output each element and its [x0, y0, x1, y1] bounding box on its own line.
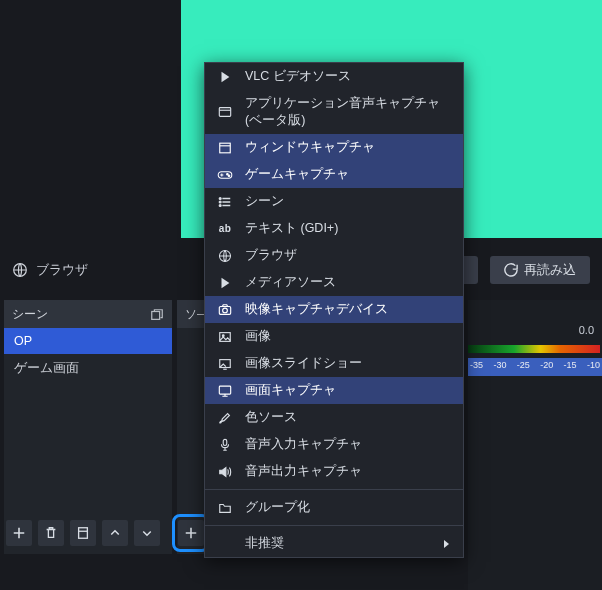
menu-separator: [205, 525, 463, 526]
svg-point-9: [228, 175, 230, 177]
mic-icon: [217, 437, 233, 453]
scene-filters-button[interactable]: [70, 520, 96, 546]
slideshow-icon: [217, 356, 233, 372]
scene-item[interactable]: ゲーム画面: [4, 354, 172, 383]
menu-item-label: メディアソース: [245, 274, 336, 291]
menu-item-label: 音声入力キャプチャ: [245, 436, 362, 453]
globe-icon: [217, 248, 233, 264]
menu-item[interactable]: ブラウザ: [205, 242, 463, 269]
svg-rect-6: [220, 143, 231, 153]
menu-item-label: ブラウザ: [245, 247, 297, 264]
ruler-tick: -20: [540, 360, 553, 370]
speaker-icon: [217, 464, 233, 480]
menu-item[interactable]: ウィンドウキャプチャ: [205, 134, 463, 161]
vu-ruler: -35-30-25-20-15-10: [468, 358, 602, 370]
menu-item[interactable]: グループ化: [205, 494, 463, 521]
menu-item[interactable]: VLC ビデオソース: [205, 63, 463, 90]
add-source-button[interactable]: [178, 520, 204, 546]
text-icon: ab: [217, 221, 233, 237]
svg-point-12: [219, 204, 221, 206]
ruler-tick: -35: [470, 360, 483, 370]
menu-item-label: 色ソース: [245, 409, 297, 426]
svg-point-8: [227, 173, 229, 175]
svg-point-10: [219, 197, 221, 199]
menu-item-label: 画像: [245, 328, 271, 345]
menu-item-label: アプリケーション音声キャプチャ (ベータ版): [245, 95, 451, 129]
image-icon: [217, 329, 233, 345]
dock-icon[interactable]: [150, 308, 164, 322]
svg-point-15: [223, 308, 228, 313]
menu-item[interactable]: シーン: [205, 188, 463, 215]
menu-item[interactable]: 音声出力キャプチャ: [205, 458, 463, 485]
menu-item-label: 非推奨: [245, 535, 284, 552]
menu-item-label: VLC ビデオソース: [245, 68, 351, 85]
monitor-icon: [217, 383, 233, 399]
menu-item-label: ゲームキャプチャ: [245, 166, 349, 183]
reload-label: 再読み込: [524, 261, 576, 279]
menu-item-label: 音声出力キャプチャ: [245, 463, 362, 480]
menu-item-label: 画像スライドショー: [245, 355, 362, 372]
menu-item[interactable]: 映像キャプチャデバイス: [205, 296, 463, 323]
menu-item[interactable]: ゲームキャプチャ: [205, 161, 463, 188]
menu-item[interactable]: アプリケーション音声キャプチャ (ベータ版): [205, 90, 463, 134]
list-icon: [217, 194, 233, 210]
menu-item[interactable]: 画面キャプチャ: [205, 377, 463, 404]
reload-button[interactable]: 再読み込: [490, 256, 590, 284]
gamepad-icon: [217, 167, 233, 183]
delete-scene-button[interactable]: [38, 520, 64, 546]
menu-separator: [205, 489, 463, 490]
scenes-title: シーン: [12, 306, 48, 323]
svg-rect-1: [152, 311, 160, 319]
svg-rect-20: [223, 439, 227, 445]
brush-icon: [217, 410, 233, 426]
svg-rect-19: [219, 386, 230, 394]
menu-item-label: 映像キャプチャデバイス: [245, 301, 388, 318]
menu-item[interactable]: abテキスト (GDI+): [205, 215, 463, 242]
play-icon: [217, 275, 233, 291]
menu-item-label: 画面キャプチャ: [245, 382, 336, 399]
window-icon: [217, 140, 233, 156]
source-type-label: ブラウザ: [12, 261, 88, 279]
menu-item-label: シーン: [245, 193, 284, 210]
vu-meter: [468, 345, 600, 353]
add-scene-button[interactable]: [6, 520, 32, 546]
menu-item-label: グループ化: [245, 499, 310, 516]
menu-item[interactable]: 非推奨: [205, 530, 463, 557]
folder-icon: [217, 500, 233, 516]
blank-icon: [217, 536, 233, 552]
scenes-list: OPゲーム画面: [4, 328, 172, 383]
mixer-area: 0.0 -35-30-25-20-15-10: [468, 300, 602, 590]
move-up-button[interactable]: [102, 520, 128, 546]
menu-item[interactable]: 色ソース: [205, 404, 463, 431]
menu-item[interactable]: メディアソース: [205, 269, 463, 296]
svg-point-11: [219, 201, 221, 203]
play-icon: [217, 69, 233, 85]
scenes-toolbar: [6, 520, 204, 546]
submenu-arrow-icon: [443, 539, 451, 549]
scene-item[interactable]: OP: [4, 328, 172, 354]
menu-item-label: テキスト (GDI+): [245, 220, 338, 237]
ruler-tick: -25: [517, 360, 530, 370]
scenes-panel: シーン OPゲーム画面: [4, 300, 172, 554]
add-source-context-menu[interactable]: VLC ビデオソースアプリケーション音声キャプチャ (ベータ版)ウィンドウキャプ…: [204, 62, 464, 558]
menu-item[interactable]: 画像スライドショー: [205, 350, 463, 377]
camera-icon: [217, 302, 233, 318]
menu-item[interactable]: 画像: [205, 323, 463, 350]
move-down-button[interactable]: [134, 520, 160, 546]
ab-icon: [217, 104, 233, 120]
reload-icon: [504, 263, 518, 277]
source-type-text: ブラウザ: [36, 261, 88, 279]
scenes-header: シーン: [4, 301, 172, 328]
timecode: 0.0: [579, 324, 594, 336]
globe-icon: [12, 262, 28, 278]
menu-item[interactable]: 音声入力キャプチャ: [205, 431, 463, 458]
svg-rect-5: [219, 108, 230, 117]
ruler-tick: -10: [587, 360, 600, 370]
menu-item-label: ウィンドウキャプチャ: [245, 139, 375, 156]
svg-rect-16: [220, 332, 231, 341]
svg-rect-4: [79, 528, 88, 539]
ruler-tick: -30: [493, 360, 506, 370]
ruler-tick: -15: [564, 360, 577, 370]
